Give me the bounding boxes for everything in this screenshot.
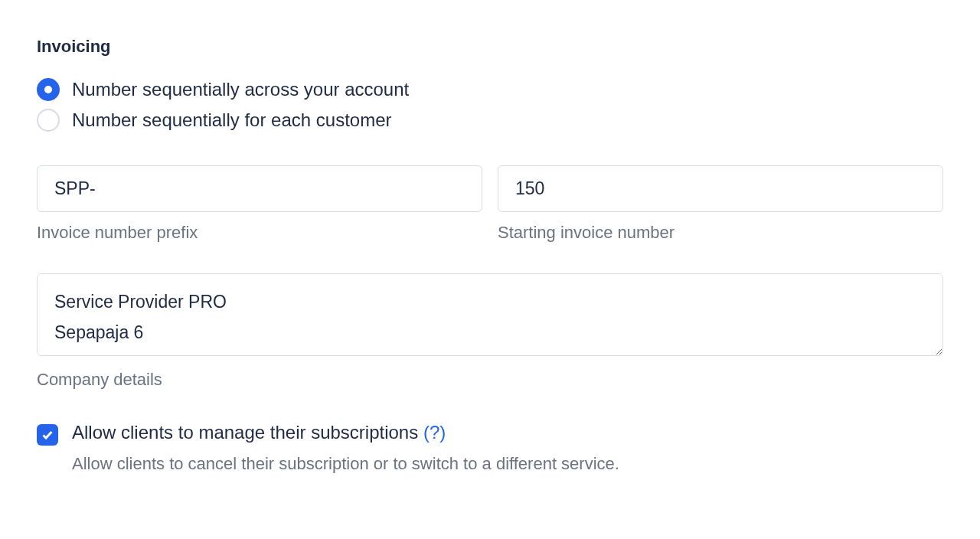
radio-label: Number sequentially for each customer <box>72 109 392 131</box>
invoicing-settings: Invoicing Number sequentially across you… <box>37 37 943 474</box>
allow-clients-checkbox[interactable] <box>37 424 58 446</box>
radio-number-customer[interactable]: Number sequentially for each customer <box>37 109 943 132</box>
invoice-number-fields: Invoice number prefix Starting invoice n… <box>37 165 943 243</box>
allow-clients-row: Allow clients to manage their subscripti… <box>37 422 943 474</box>
invoice-prefix-input[interactable] <box>37 165 482 212</box>
starting-caption: Starting invoice number <box>498 223 943 243</box>
numbering-radio-group: Number sequentially across your account … <box>37 78 943 132</box>
company-caption: Company details <box>37 370 943 390</box>
radio-number-account[interactable]: Number sequentially across your account <box>37 78 943 101</box>
company-details-textarea[interactable]: Service Provider PRO Sepapaja 6 <box>37 273 943 356</box>
allow-clients-label: Allow clients to manage their subscripti… <box>72 422 423 443</box>
section-title: Invoicing <box>37 37 943 57</box>
help-link[interactable]: (?) <box>423 422 446 443</box>
starting-number-input[interactable] <box>498 165 943 212</box>
radio-selected-icon <box>37 78 60 101</box>
radio-unselected-icon <box>37 109 60 132</box>
prefix-caption: Invoice number prefix <box>37 223 482 243</box>
allow-clients-content: Allow clients to manage their subscripti… <box>72 422 943 474</box>
company-details-group: Service Provider PRO Sepapaja 6 Company … <box>37 273 943 390</box>
prefix-field-group: Invoice number prefix <box>37 165 482 243</box>
check-icon <box>41 429 54 441</box>
starting-field-group: Starting invoice number <box>498 165 943 243</box>
radio-label: Number sequentially across your account <box>72 79 409 100</box>
allow-clients-description: Allow clients to cancel their subscripti… <box>72 454 943 474</box>
